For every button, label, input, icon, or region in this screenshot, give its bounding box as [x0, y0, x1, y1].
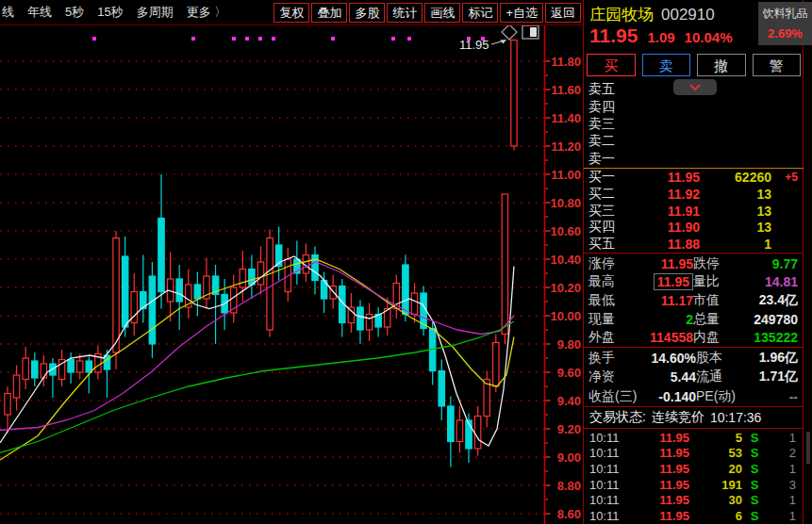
toolbar-button-6[interactable]: +自选 [500, 3, 543, 23]
axis-label: 11.80 [551, 55, 581, 69]
toolbar-button-2[interactable]: 多股 [349, 3, 385, 23]
tick-price: 11.95 [631, 462, 689, 476]
trade-button-neutral[interactable]: 警 [753, 54, 802, 76]
toolbar-button-7[interactable]: 返回 [545, 3, 581, 23]
tick-count: 2 [767, 446, 796, 460]
tick-time: 10:11 [589, 493, 631, 507]
stat-value: 11.95 [628, 273, 693, 290]
axis-label: 9.60 [557, 366, 581, 380]
tick-list-scrollbar[interactable] [806, 432, 810, 464]
period-item-5[interactable]: 更多 〉 [187, 4, 227, 21]
stock-trading-app: 线年线5秒15秒多周期更多 〉 复权叠加多股统计画线标记+自选返回 11.801… [0, 0, 812, 524]
stats-row: 净资5.44流通1.71亿 [584, 368, 804, 386]
diamond-marker-icon[interactable] [502, 25, 517, 40]
candle-body [32, 361, 38, 378]
queue-label: 买二 [588, 186, 630, 203]
period-item-4[interactable]: 多周期 [137, 4, 174, 21]
stats-row: 最低11.17市值23.4亿 [584, 291, 804, 310]
tick-row: 10:1111.9520S1 [584, 461, 804, 477]
candle-body [439, 371, 444, 407]
signal-dot [92, 37, 96, 41]
queue-volume: 13 [700, 204, 771, 219]
toolbar-button-3[interactable]: 统计 [387, 3, 423, 23]
trade-button-buy[interactable]: 买 [587, 54, 636, 76]
axis-label: 11.00 [551, 168, 581, 182]
axis-label: 10.60 [550, 224, 581, 238]
candle-body [194, 285, 200, 299]
axis-label: 8.80 [557, 479, 581, 493]
stat-value: 114558 [628, 330, 693, 345]
sell-queue-row[interactable]: 卖五 [584, 81, 804, 98]
buy-queue: 买一11.9562260+5买二11.9213买三11.9113买四11.901… [584, 169, 804, 253]
stat-value: 5.44 [643, 369, 696, 385]
toolbar-button-0[interactable]: 复权 [273, 3, 309, 23]
buy-queue-row[interactable]: 买三11.9113 [584, 203, 804, 220]
period-item-0[interactable]: 线 [2, 4, 14, 21]
tick-count: 1 [767, 493, 796, 507]
stat-value: 1.96亿 [745, 350, 798, 367]
toolbar-button-4[interactable]: 画线 [424, 3, 460, 23]
candle-body [113, 238, 119, 353]
buy-queue-row[interactable]: 买五11.881 [584, 236, 804, 253]
candle-body [68, 360, 74, 373]
buy-queue-row[interactable]: 买二11.9213 [584, 186, 804, 203]
tick-time: 10:11 [589, 509, 631, 523]
period-item-1[interactable]: 年线 [27, 4, 52, 21]
period-item-3[interactable]: 15秒 [97, 4, 123, 21]
sell-queue-row[interactable]: 卖一 [584, 151, 804, 168]
sell-queue-row[interactable]: 卖三 [584, 116, 804, 133]
candle-body [86, 361, 91, 372]
buy-queue-row[interactable]: 买四11.9013 [584, 219, 804, 236]
queue-label: 买四 [588, 219, 630, 236]
tick-row: 10:1111.955S1 [584, 430, 804, 446]
candle-body [240, 270, 245, 288]
ma-yellow-line [0, 259, 514, 460]
sell-queue-row[interactable]: 卖二 [584, 133, 804, 150]
axis-label: 9.20 [557, 422, 581, 436]
trade-button-sell[interactable]: 卖 [642, 54, 691, 76]
candle-body [176, 279, 182, 302]
tick-side: S [742, 462, 767, 476]
stat-label: 涨停 [588, 255, 628, 272]
axis-label: 11.20 [551, 139, 581, 154]
queue-label: 买一 [588, 169, 630, 186]
tick-trade-list[interactable]: 10:1111.955S110:1111.9553S210:1111.9520S… [584, 430, 804, 524]
tick-volume: 191 [689, 478, 742, 492]
stock-name: 庄园牧场 [589, 4, 654, 25]
candle-body [366, 315, 372, 331]
stats-row: 收益(三)-0.140PE(动)-- [584, 387, 804, 406]
candle-body [493, 343, 499, 387]
sell-queue-row[interactable]: 卖四 [584, 98, 804, 115]
stat-value: 1.71亿 [745, 368, 798, 385]
trade-buttons: 买卖撤警 [587, 54, 801, 76]
tick-row: 10:1111.95191S3 [584, 477, 804, 493]
tick-side: S [742, 478, 767, 492]
axis-label: 9.40 [557, 394, 581, 408]
stats-row: 涨停11.95跌停9.77 [584, 254, 804, 273]
signal-dot [391, 37, 395, 41]
toolbar-button-5[interactable]: 标记 [462, 3, 498, 23]
trading-status-bar: 交易状态: 连续竞价 10:17:36 [584, 407, 804, 428]
trade-button-neutral[interactable]: 撤 [697, 54, 746, 76]
divider [584, 253, 804, 254]
tick-volume: 5 [689, 431, 742, 445]
tick-volume: 20 [689, 462, 742, 476]
period-item-2[interactable]: 5秒 [65, 4, 84, 21]
queue-price: 11.95 [630, 170, 700, 185]
kline-chart[interactable]: 11.8011.6011.4011.2011.0010.8010.6010.40… [0, 25, 583, 524]
candle-body [5, 394, 10, 416]
queue-volume: 62260 [700, 170, 771, 185]
tick-row: 10:1111.9553S2 [584, 446, 804, 462]
queue-volume: 13 [700, 187, 771, 202]
queue-label: 卖五 [588, 81, 630, 98]
quote-panel: 庄园牧场 002910 11.95 1.09 10.04% 饮料乳品 2.69%… [583, 0, 812, 524]
stock-header: 庄园牧场 002910 11.95 1.09 10.04% 饮料乳品 2.69% [584, 0, 804, 51]
candle-body [511, 41, 517, 147]
industry-badge[interactable]: 饮料乳品 2.69% [758, 2, 812, 45]
toolbar-button-1[interactable]: 叠加 [311, 3, 347, 23]
buy-queue-row[interactable]: 买一11.9562260+5 [584, 169, 804, 186]
candle-body [77, 361, 83, 372]
candle-body [474, 417, 480, 450]
stat-value: -- [745, 389, 798, 404]
queue-label: 卖四 [588, 99, 630, 116]
